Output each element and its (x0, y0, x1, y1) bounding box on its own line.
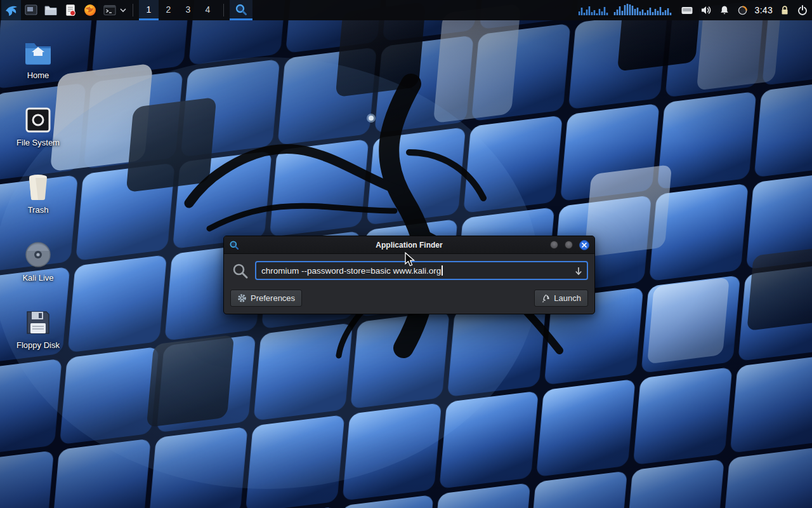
desktop-icon-trash[interactable]: Trash (8, 170, 69, 215)
panel-separator (133, 4, 133, 17)
status-circle-icon (737, 5, 748, 16)
clock[interactable]: 3:43 (755, 5, 773, 15)
desktop-icon-kali-live[interactable]: Kali Live (8, 238, 69, 283)
volume-tray-button[interactable] (700, 5, 712, 15)
status-tray-button[interactable] (737, 5, 748, 16)
floppy-disk-icon (25, 309, 51, 336)
terminal-icon (102, 3, 117, 17)
kali-menu-button[interactable] (1, 0, 21, 20)
firefox-icon (83, 3, 97, 17)
display-icon (681, 5, 693, 16)
button-row: Preferences Launch (224, 284, 594, 314)
titlebar-buttons (550, 240, 589, 250)
desktop-icon-floppy-disk[interactable]: Floppy Disk (8, 305, 69, 350)
top-panel: 1 2 3 4 (0, 0, 812, 20)
text-editor-icon (63, 3, 77, 17)
magnifier-icon (229, 240, 239, 250)
file-manager-launcher[interactable] (41, 0, 60, 20)
search-input[interactable]: chromium --password-store=basic www.kali… (255, 261, 588, 280)
workspace-4[interactable]: 4 (198, 0, 218, 20)
panel-separator (223, 4, 224, 17)
close-icon (582, 243, 587, 248)
desktop-icon-label: Home (8, 70, 69, 80)
bell-icon (719, 5, 730, 15)
audio-visualizer[interactable] (579, 3, 674, 17)
preferences-button[interactable]: Preferences (230, 290, 302, 307)
workspace-3[interactable]: 3 (178, 0, 198, 20)
text-editor-launcher[interactable] (60, 0, 80, 20)
firefox-launcher[interactable] (80, 0, 100, 20)
display-tray-button[interactable] (681, 5, 693, 16)
notifications-tray-button[interactable] (719, 5, 730, 15)
workspace-2[interactable]: 2 (159, 0, 178, 20)
desktop-icon-label: Kali Live (8, 273, 69, 283)
lock-tray-button[interactable] (780, 5, 790, 16)
window-icon (23, 3, 39, 17)
terminal-menu-toggle[interactable] (119, 0, 127, 20)
window-launcher[interactable] (21, 0, 41, 20)
application-finder-window: Application Finder chromium --password-s… (223, 236, 595, 314)
launch-button[interactable]: Launch (534, 290, 588, 307)
workspace-1[interactable]: 1 (139, 0, 159, 20)
terminal-launcher[interactable] (100, 0, 119, 20)
desktop-icon-label: File System (8, 138, 69, 147)
close-button[interactable] (579, 240, 589, 250)
magnifier-icon (235, 3, 247, 16)
kali-menu-icon (4, 3, 19, 18)
panel-left: 1 2 3 4 (0, 0, 252, 20)
kali-live-icon (24, 241, 52, 269)
power-tray-button[interactable] (797, 4, 808, 16)
minimize-button[interactable] (550, 241, 558, 249)
launch-icon (541, 294, 550, 303)
volume-icon (700, 5, 712, 15)
application-finder-task-button[interactable] (230, 0, 252, 20)
maximize-button[interactable] (565, 241, 573, 249)
desktop-icon-label: Trash (8, 205, 69, 215)
text-caret (442, 265, 443, 276)
desktop-icon-home[interactable]: Home (8, 36, 69, 80)
gear-icon (237, 293, 247, 303)
lock-icon (780, 5, 790, 16)
window-title: Application Finder (224, 241, 594, 250)
launch-label: Launch (554, 293, 581, 303)
titlebar[interactable]: Application Finder (224, 236, 594, 254)
desktop-icon-file-system[interactable]: File System (8, 103, 69, 147)
file-system-icon (25, 107, 51, 133)
home-folder-icon (23, 39, 53, 66)
trash-icon (25, 173, 51, 201)
power-icon (797, 4, 808, 16)
search-icon (232, 262, 249, 279)
dropdown-arrow-icon[interactable] (574, 266, 583, 277)
desktop-icon-label: Floppy Disk (8, 340, 69, 350)
mouse-cursor (404, 252, 417, 267)
file-manager-icon (43, 3, 58, 17)
panel-right: 3:43 (579, 0, 812, 20)
preferences-label: Preferences (251, 293, 295, 303)
chevron-down-icon (120, 8, 126, 13)
